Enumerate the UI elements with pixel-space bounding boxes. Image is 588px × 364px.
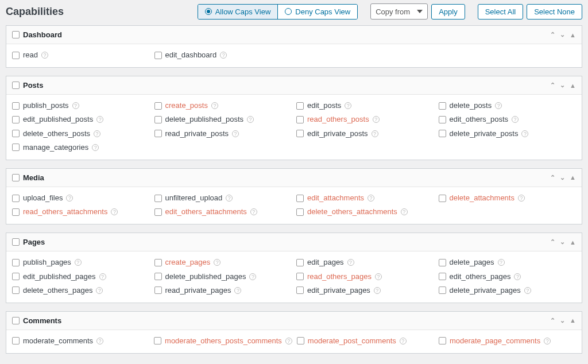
chevron-up-icon[interactable]: ⌃ [550, 31, 555, 38]
capability-checkbox[interactable] [12, 116, 20, 123]
panel-select-all-checkbox[interactable] [12, 238, 20, 246]
panel-select-all-checkbox[interactable] [12, 174, 20, 181]
help-icon[interactable]: ? [232, 130, 239, 137]
help-icon[interactable]: ? [285, 338, 292, 344]
help-icon[interactable]: ? [345, 102, 351, 109]
deny-caps-view-button[interactable]: Deny Caps View [278, 5, 357, 19]
help-icon[interactable]: ? [226, 195, 233, 202]
help-icon[interactable]: ? [220, 52, 227, 59]
help-icon[interactable]: ? [99, 273, 106, 280]
chevron-up-icon[interactable]: ⌃ [550, 174, 555, 181]
select-none-button[interactable]: Select None [527, 4, 582, 20]
help-icon[interactable]: ? [214, 259, 220, 266]
help-icon[interactable]: ? [249, 273, 256, 280]
capability-checkbox[interactable] [296, 286, 304, 294]
help-icon[interactable]: ? [374, 287, 381, 294]
capability-checkbox[interactable] [439, 337, 446, 344]
capability-checkbox[interactable] [154, 130, 162, 137]
capability-checkbox[interactable] [154, 337, 161, 344]
capability-checkbox[interactable] [296, 116, 304, 123]
capability-checkbox[interactable] [296, 102, 304, 110]
capability-checkbox[interactable] [154, 116, 162, 123]
capability-checkbox[interactable] [154, 286, 162, 294]
help-icon[interactable]: ? [75, 259, 82, 266]
capability-checkbox[interactable] [296, 208, 304, 216]
help-icon[interactable]: ? [372, 130, 378, 137]
capability-checkbox[interactable] [154, 195, 162, 202]
capability-checkbox[interactable] [154, 52, 162, 59]
help-icon[interactable]: ? [250, 208, 257, 215]
chevron-down-icon[interactable]: ⌄ [560, 82, 565, 89]
help-icon[interactable]: ? [247, 116, 254, 123]
help-icon[interactable]: ? [111, 208, 118, 215]
capability-checkbox[interactable] [439, 130, 446, 137]
chevron-down-icon[interactable]: ⌄ [560, 174, 565, 181]
collapse-toggle-icon[interactable]: ▲ [570, 82, 576, 89]
apply-button[interactable]: Apply [431, 4, 465, 20]
collapse-toggle-icon[interactable]: ▲ [570, 32, 576, 38]
capability-checkbox[interactable] [296, 130, 304, 137]
help-icon[interactable]: ? [495, 102, 502, 109]
help-icon[interactable]: ? [96, 338, 103, 344]
help-icon[interactable]: ? [544, 338, 551, 344]
help-icon[interactable]: ? [498, 259, 505, 266]
help-icon[interactable]: ? [41, 52, 48, 59]
capability-checkbox[interactable] [12, 52, 20, 59]
chevron-up-icon[interactable]: ⌃ [550, 82, 555, 89]
capability-checkbox[interactable] [296, 259, 304, 266]
help-icon[interactable]: ? [211, 102, 218, 109]
capability-checkbox[interactable] [154, 102, 162, 110]
capability-checkbox[interactable] [12, 130, 20, 137]
help-icon[interactable]: ? [373, 116, 380, 123]
collapse-toggle-icon[interactable]: ▲ [570, 174, 576, 181]
help-icon[interactable]: ? [524, 287, 531, 294]
collapse-toggle-icon[interactable]: ▲ [570, 317, 576, 324]
capability-checkbox[interactable] [12, 195, 20, 202]
help-icon[interactable]: ? [72, 102, 79, 109]
collapse-toggle-icon[interactable]: ▲ [570, 239, 576, 246]
capability-checkbox[interactable] [297, 337, 304, 344]
panel-select-all-checkbox[interactable] [12, 317, 20, 324]
help-icon[interactable]: ? [521, 130, 528, 137]
help-icon[interactable]: ? [512, 116, 519, 123]
capability-checkbox[interactable] [439, 273, 446, 280]
capability-checkbox[interactable] [12, 102, 20, 110]
chevron-down-icon[interactable]: ⌄ [560, 238, 565, 246]
capability-checkbox[interactable] [154, 208, 162, 216]
capability-checkbox[interactable] [154, 273, 162, 280]
help-icon[interactable]: ? [92, 144, 99, 151]
capability-checkbox[interactable] [439, 259, 446, 266]
chevron-down-icon[interactable]: ⌄ [560, 31, 565, 38]
capability-checkbox[interactable] [12, 273, 20, 280]
copy-from-select[interactable]: Copy from [370, 3, 428, 20]
capability-checkbox[interactable] [439, 102, 446, 110]
help-icon[interactable]: ? [234, 287, 241, 294]
capability-checkbox[interactable] [296, 195, 304, 202]
chevron-up-icon[interactable]: ⌃ [550, 238, 555, 246]
help-icon[interactable]: ? [518, 195, 525, 202]
capability-checkbox[interactable] [296, 273, 304, 280]
help-icon[interactable]: ? [96, 116, 103, 123]
panel-select-all-checkbox[interactable] [12, 82, 20, 89]
capability-checkbox[interactable] [12, 337, 20, 344]
chevron-up-icon[interactable]: ⌃ [550, 317, 555, 324]
help-icon[interactable]: ? [94, 130, 100, 137]
capability-checkbox[interactable] [12, 144, 20, 151]
help-icon[interactable]: ? [375, 273, 382, 280]
capability-checkbox[interactable] [439, 286, 446, 294]
help-icon[interactable]: ? [96, 287, 103, 294]
chevron-down-icon[interactable]: ⌄ [560, 317, 565, 324]
allow-caps-view-button[interactable]: Allow Caps View [198, 5, 278, 19]
capability-checkbox[interactable] [154, 259, 162, 266]
capability-checkbox[interactable] [439, 116, 446, 123]
capability-checkbox[interactable] [12, 208, 20, 216]
capability-checkbox[interactable] [12, 286, 20, 294]
help-icon[interactable]: ? [400, 338, 407, 344]
help-icon[interactable]: ? [66, 195, 73, 202]
panel-select-all-checkbox[interactable] [12, 31, 20, 38]
capability-checkbox[interactable] [439, 195, 446, 202]
help-icon[interactable]: ? [401, 208, 408, 215]
help-icon[interactable]: ? [347, 259, 354, 266]
capability-checkbox[interactable] [12, 259, 20, 266]
help-icon[interactable]: ? [368, 195, 374, 202]
